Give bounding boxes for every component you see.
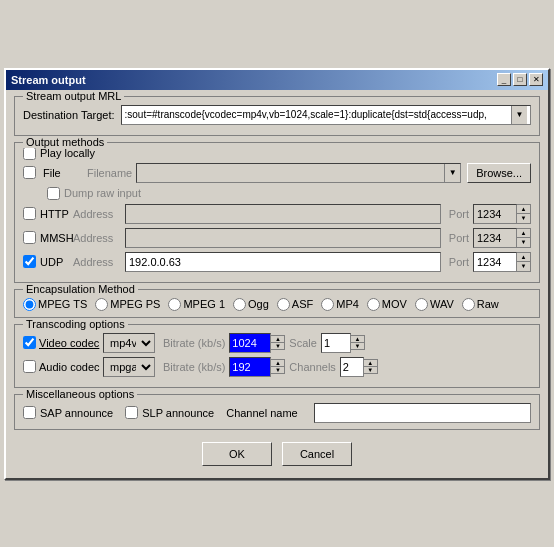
udp-port-up[interactable]: ▲ xyxy=(517,253,530,263)
video-bitrate-group: 1024 ▲ ▼ xyxy=(229,333,285,353)
video-bitrate-value[interactable]: 1024 xyxy=(229,333,271,353)
browse-button[interactable]: Browse... xyxy=(467,163,531,183)
dump-checkbox[interactable] xyxy=(47,187,60,200)
channel-name-input[interactable] xyxy=(314,403,531,423)
http-port-spinner: ▲ ▼ xyxy=(517,204,531,224)
mmsh-chk-label: MMSH xyxy=(23,231,73,244)
filename-dropdown[interactable]: ▼ xyxy=(444,164,460,182)
mmsh-address-input[interactable] xyxy=(125,228,441,248)
encap-mpeg1-label: MPEG 1 xyxy=(183,298,225,310)
video-scale-up[interactable]: ▲ xyxy=(351,336,364,343)
udp-address-input[interactable] xyxy=(125,252,441,272)
encap-mpegts-radio[interactable] xyxy=(23,298,36,311)
encap-asf-radio[interactable] xyxy=(277,298,290,311)
audio-codec-label: Audio codec xyxy=(39,361,100,373)
transcoding-label: Transcoding options xyxy=(23,318,128,330)
main-content: Stream output MRL Destination Target: :s… xyxy=(6,90,548,478)
audio-codec-select[interactable]: mpga xyxy=(103,357,155,377)
audio-codec-checkbox[interactable] xyxy=(23,360,36,373)
encap-mov-radio[interactable] xyxy=(367,298,380,311)
sap-checkbox[interactable] xyxy=(23,406,36,419)
audio-channels-up[interactable]: ▲ xyxy=(364,360,377,367)
encap-wav-radio[interactable] xyxy=(415,298,428,311)
mmsh-port-up[interactable]: ▲ xyxy=(517,229,530,239)
misc-row: SAP announce SLP announce Channel name xyxy=(23,403,531,423)
udp-port-input[interactable] xyxy=(473,252,517,272)
filename-input[interactable]: ▼ xyxy=(136,163,461,183)
mmsh-checkbox[interactable] xyxy=(23,231,36,244)
encap-mov-label: MOV xyxy=(382,298,407,310)
audio-channels-value[interactable]: 2 xyxy=(340,357,364,377)
video-scale-spinner: ▲ ▼ xyxy=(351,335,365,350)
encap-asf: ASF xyxy=(277,298,313,311)
encap-mpegps-radio[interactable] xyxy=(95,298,108,311)
mmsh-port-input[interactable] xyxy=(473,228,517,248)
slp-item: SLP announce xyxy=(125,406,214,419)
sap-label: SAP announce xyxy=(40,407,113,419)
encap-options-row: MPEG TS MPEG PS MPEG 1 Ogg ASF xyxy=(23,298,531,311)
http-port-input[interactable] xyxy=(473,204,517,224)
audio-bitrate-value[interactable]: 192 xyxy=(229,357,271,377)
filename-static-label: Filename xyxy=(87,167,132,179)
encapsulation-group: Encapsulation Method MPEG TS MPEG PS MPE… xyxy=(14,289,540,318)
mmsh-port-down[interactable]: ▼ xyxy=(517,238,530,247)
encap-mp4-label: MP4 xyxy=(336,298,359,310)
video-bitrate-up[interactable]: ▲ xyxy=(271,336,284,343)
audio-bitrate-down[interactable]: ▼ xyxy=(271,367,284,373)
video-scale-value[interactable]: 1 xyxy=(321,333,351,353)
dump-label: Dump raw input xyxy=(64,187,141,199)
video-codec-select[interactable]: mp4v xyxy=(103,333,155,353)
dest-label: Destination Target: xyxy=(23,109,115,121)
ok-button[interactable]: OK xyxy=(202,442,272,466)
encap-ogg-radio[interactable] xyxy=(233,298,246,311)
dest-row: Destination Target: :sout=#transcode{vco… xyxy=(23,105,531,125)
audio-channels-down[interactable]: ▼ xyxy=(364,367,377,373)
video-codec-label[interactable]: Video codec xyxy=(39,337,99,349)
audio-bitrate-label: Bitrate (kb/s) xyxy=(163,361,225,373)
play-locally-checkbox[interactable] xyxy=(23,147,36,160)
http-addr-label: Address xyxy=(73,208,121,220)
video-codec-row: Video codec mp4v Bitrate (kb/s) 1024 ▲ ▼… xyxy=(23,333,531,353)
titlebar: Stream output _ □ ✕ xyxy=(6,70,548,90)
dest-dropdown-arrow[interactable]: ▼ xyxy=(511,106,527,124)
http-port-up[interactable]: ▲ xyxy=(517,205,530,215)
encap-ogg: Ogg xyxy=(233,298,269,311)
encap-mpeg1: MPEG 1 xyxy=(168,298,225,311)
video-bitrate-down[interactable]: ▼ xyxy=(271,343,284,349)
output-methods-group: Output methods Play locally File Filenam… xyxy=(14,142,540,283)
http-address-input[interactable] xyxy=(125,204,441,224)
encap-mpegps: MPEG PS xyxy=(95,298,160,311)
file-checkbox[interactable] xyxy=(23,166,36,179)
maximize-button[interactable]: □ xyxy=(513,73,527,86)
video-scale-down[interactable]: ▼ xyxy=(351,343,364,349)
dest-target-input[interactable]: :sout=#transcode{vcodec=mp4v,vb=1024,sca… xyxy=(121,105,531,125)
audio-bitrate-up[interactable]: ▲ xyxy=(271,360,284,367)
http-port-group: ▲ ▼ xyxy=(473,204,531,224)
mmsh-port-spinner: ▲ ▼ xyxy=(517,228,531,248)
udp-checkbox[interactable] xyxy=(23,255,36,268)
encap-raw-label: Raw xyxy=(477,298,499,310)
minimize-button[interactable]: _ xyxy=(497,73,511,86)
slp-checkbox[interactable] xyxy=(125,406,138,419)
udp-chk-label: UDP xyxy=(23,255,73,268)
dest-value: :sout=#transcode{vcodec=mp4v,vb=1024,sca… xyxy=(125,109,511,120)
file-row: File Filename ▼ Browse... xyxy=(23,163,531,183)
titlebar-buttons: _ □ ✕ xyxy=(497,73,543,86)
window-title: Stream output xyxy=(11,74,86,86)
encap-mpeg1-radio[interactable] xyxy=(168,298,181,311)
close-button[interactable]: ✕ xyxy=(529,73,543,86)
file-label: File xyxy=(43,167,81,179)
encap-mp4-radio[interactable] xyxy=(321,298,334,311)
http-checkbox[interactable] xyxy=(23,207,36,220)
video-bitrate-spinner: ▲ ▼ xyxy=(271,335,285,350)
http-row: HTTP Address Port ▲ ▼ xyxy=(23,204,531,224)
audio-codec-chk: Audio codec xyxy=(23,360,103,373)
video-codec-checkbox[interactable] xyxy=(23,336,36,349)
play-locally-row: Play locally xyxy=(23,147,531,160)
udp-port-down[interactable]: ▼ xyxy=(517,262,530,271)
http-port-down[interactable]: ▼ xyxy=(517,214,530,223)
cancel-button[interactable]: Cancel xyxy=(282,442,352,466)
sap-item: SAP announce xyxy=(23,406,113,419)
encap-raw-radio[interactable] xyxy=(462,298,475,311)
audio-channels-label: Channels xyxy=(289,361,335,373)
